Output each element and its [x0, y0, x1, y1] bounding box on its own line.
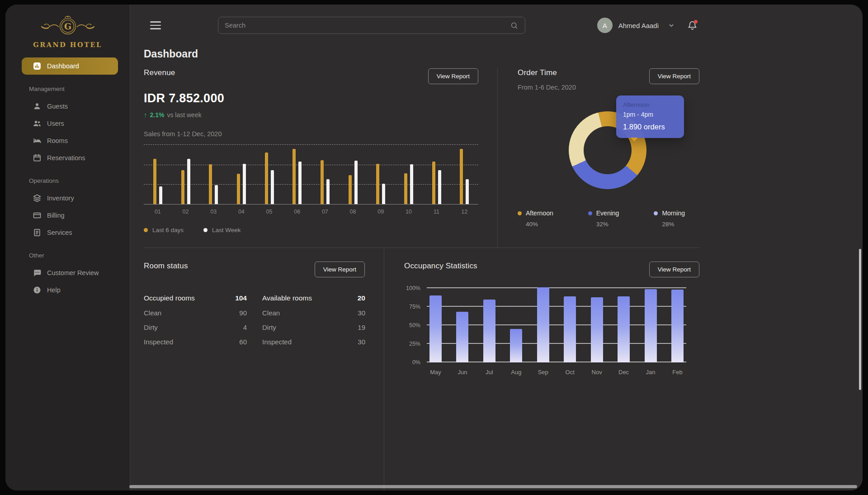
- room-status-value: 19: [358, 324, 365, 331]
- revenue-bar-group: [144, 145, 172, 204]
- sidebar-item-label: Services: [47, 229, 72, 236]
- x-tick-label: 09: [367, 209, 395, 215]
- legend-dot: [588, 211, 592, 215]
- occupancy-bar: [671, 290, 684, 362]
- legend-dot: [654, 211, 658, 215]
- room-status-label: Clean: [144, 309, 161, 317]
- x-tick-label: 12: [450, 209, 478, 215]
- occupancy-view-report-button[interactable]: View Report: [649, 262, 699, 277]
- logo: G GRAND HOTEL: [5, 14, 130, 48]
- sidebar-item-help[interactable]: Help: [22, 281, 118, 299]
- nav-section-label: Management: [29, 86, 118, 92]
- sidebar-item-guests[interactable]: Guests: [22, 98, 118, 115]
- legend-dot: [518, 211, 522, 215]
- x-tick-label: 02: [172, 209, 200, 215]
- sidebar-item-services[interactable]: Services: [22, 224, 118, 241]
- revenue-legend-item: Last 6 days: [144, 227, 184, 233]
- revenue-bar-group: [199, 145, 227, 204]
- main-area: A Ahmed Aaadi Dashboard Revenue View Rep…: [130, 5, 711, 490]
- sidebar-item-reservations[interactable]: Reservations: [22, 149, 118, 167]
- revenue-bar-last-6-days: [181, 170, 184, 204]
- x-tick: Dec: [618, 369, 630, 376]
- revenue-bar-group: [311, 145, 339, 204]
- notification-dot: [694, 20, 698, 24]
- x-tick-label: 08: [339, 209, 367, 215]
- x-tick: Aug: [510, 369, 522, 376]
- sidebar-item-label: Reservations: [47, 154, 85, 162]
- occupancy-bar: [456, 312, 468, 362]
- revenue-change-pct: 2.1%: [150, 111, 165, 119]
- revenue-bar-group: [255, 145, 283, 204]
- occupancy-section: Occupancy Statistics View Report 0%25%50…: [384, 248, 699, 490]
- dashboard-content: Dashboard Revenue View Report IDR 7.852.…: [130, 46, 711, 490]
- revenue-bar-last-week: [466, 179, 469, 204]
- room-status-value: 60: [239, 338, 247, 346]
- room-status-value: 104: [235, 294, 247, 302]
- x-tick: Sep: [537, 369, 549, 376]
- room-status-value: 90: [239, 309, 247, 317]
- revenue-legend-item: Last Week: [203, 227, 241, 233]
- legend-value: 32%: [588, 221, 619, 228]
- menu-toggle-button[interactable]: [150, 21, 161, 29]
- revenue-bar-group: [283, 145, 311, 204]
- sidebar-item-label: Inventory: [47, 195, 74, 202]
- vertical-scrollbar[interactable]: [859, 249, 861, 390]
- help-icon: [33, 286, 42, 295]
- x-tick: Nov: [591, 369, 603, 376]
- sidebar-item-customer-review[interactable]: Customer Review: [22, 264, 118, 281]
- chevron-down-icon[interactable]: [665, 21, 675, 29]
- room-status-label: Dirty: [144, 324, 158, 331]
- reservations-icon: [33, 153, 42, 162]
- x-tick: Jul: [483, 369, 495, 376]
- sidebar-item-inventory[interactable]: Inventory: [22, 190, 118, 207]
- revenue-bar-group: [423, 145, 451, 204]
- room-status-row: Occupied rooms104: [144, 291, 247, 305]
- revenue-bar-group: [450, 145, 478, 204]
- top-row: Revenue View Report IDR 7.852.000 ↑ 2.1%…: [144, 68, 699, 248]
- x-tick-label: 03: [199, 209, 227, 215]
- revenue-bar-last-week: [298, 162, 302, 204]
- sidebar-item-label: Users: [47, 120, 64, 127]
- search-input[interactable]: [225, 22, 510, 29]
- room-status-view-report-button[interactable]: View Report: [315, 262, 365, 277]
- user-menu[interactable]: A Ahmed Aaadi: [597, 18, 675, 33]
- y-tick-label: 50%: [409, 322, 420, 328]
- sidebar-item-users[interactable]: Users: [22, 115, 118, 132]
- room-status-label: Dirty: [262, 324, 276, 331]
- horizontal-scrollbar[interactable]: [129, 485, 857, 488]
- dashboard-icon: [33, 62, 42, 71]
- order-time-legend: Afternoon40%Evening32%Morning28%: [518, 209, 685, 228]
- revenue-bar-last-6-days: [209, 164, 212, 204]
- revenue-bar-last-6-days: [432, 162, 435, 204]
- svg-text:G: G: [64, 21, 71, 31]
- notifications-button[interactable]: [687, 20, 698, 31]
- occupancy-bar: [429, 295, 442, 362]
- revenue-bar-last-week: [159, 186, 162, 204]
- users-icon: [33, 119, 42, 128]
- order-legend-top: Evening: [588, 209, 619, 217]
- legend-label: Morning: [662, 209, 685, 217]
- sidebar-item-billing[interactable]: Billing: [22, 207, 118, 224]
- revenue-view-report-button[interactable]: View Report: [428, 68, 478, 84]
- room-status-label: Occupied rooms: [144, 294, 195, 302]
- user-name: Ahmed Aaadi: [618, 22, 659, 29]
- occupancy-title: Occupancy Statistics: [404, 262, 477, 271]
- order-legend-item: Morning28%: [654, 209, 685, 228]
- x-tick: Feb: [671, 369, 684, 376]
- revenue-bar-last-6-days: [376, 164, 379, 204]
- x-tick-label: 07: [311, 209, 339, 215]
- trend-up-icon: ↑: [144, 111, 147, 119]
- occupancy-bar: [537, 287, 549, 362]
- revenue-bar-last-6-days: [292, 149, 296, 204]
- avatar[interactable]: A: [597, 18, 613, 33]
- room-status-label: Inspected: [262, 338, 292, 346]
- occupancy-bar: [645, 289, 657, 362]
- sidebar-item-dashboard[interactable]: Dashboard: [22, 57, 118, 75]
- occupancy-bar-column: [429, 288, 442, 362]
- revenue-subtitle: Sales from 1-12 Dec, 2020: [144, 130, 478, 138]
- x-tick-label: Jan: [646, 369, 656, 376]
- order-time-view-report-button[interactable]: View Report: [649, 68, 699, 84]
- sidebar-item-rooms[interactable]: Rooms: [22, 132, 118, 149]
- room-status-row: Clean30: [262, 305, 365, 320]
- search-box[interactable]: [218, 17, 525, 34]
